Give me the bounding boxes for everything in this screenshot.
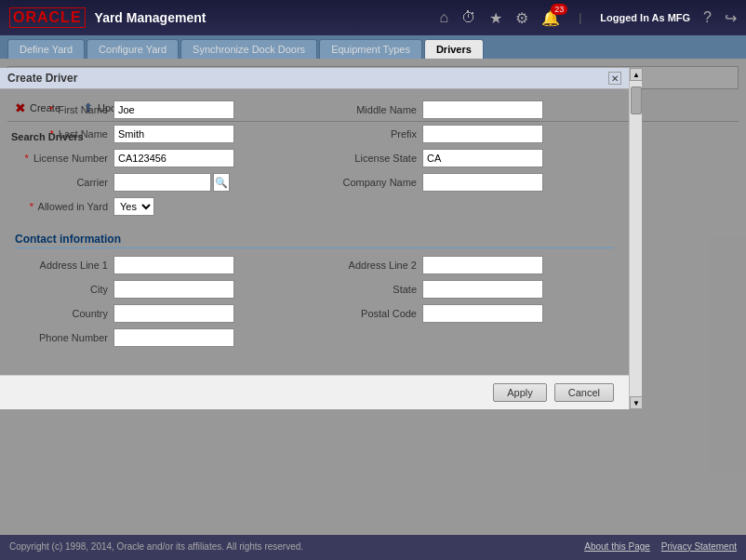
postal-code-row: Postal Code <box>324 304 614 323</box>
modal: Create Driver ✕ * First Name <box>0 68 629 409</box>
address2-row: Address Line 2 <box>324 256 614 274</box>
first-name-label: * First Name <box>15 104 108 115</box>
state-input[interactable] <box>422 280 543 299</box>
oracle-logo: ORACLE Yard Management <box>9 7 206 28</box>
modal-close-button[interactable]: ✕ <box>608 72 621 85</box>
postal-code-input[interactable] <box>422 304 543 323</box>
state-label: State <box>324 284 417 295</box>
company-name-label: Company Name <box>324 177 417 188</box>
header-icons: ⌂ ⏱ ★ ⚙ 🔔 23 | Logged In As MFG ? ↪ <box>440 9 737 27</box>
notification-badge[interactable]: 🔔 23 <box>541 9 560 27</box>
scroll-up-arrow[interactable]: ▲ <box>630 68 643 81</box>
license-state-input[interactable] <box>422 149 543 167</box>
modal-container: Create Driver ✕ * First Name <box>0 68 642 409</box>
middle-name-input[interactable] <box>422 100 543 119</box>
tab-synchronize-dock-doors[interactable]: Synchronize Dock Doors <box>180 39 317 59</box>
carrier-search-button[interactable]: 🔍 <box>213 173 230 192</box>
tab-configure-yard[interactable]: Configure Yard <box>87 39 179 59</box>
city-row: City <box>15 280 305 299</box>
address1-label: Address Line 1 <box>15 260 108 271</box>
modal-body: * First Name * Last Name <box>0 89 629 375</box>
main-content: Drivers ✖ Create ⬆ Update Search Drivers… <box>0 59 746 535</box>
middle-name-row: Middle Name <box>324 100 614 119</box>
driver-form-grid: * First Name * Last Name <box>15 100 614 221</box>
phone-label: Phone Number <box>15 332 108 343</box>
app-header: ORACLE Yard Management ⌂ ⏱ ★ ⚙ 🔔 23 | Lo… <box>0 0 746 35</box>
address2-input[interactable] <box>422 256 543 274</box>
carrier-row: Carrier 🔍 <box>15 173 305 192</box>
required-star-3: * <box>25 153 29 164</box>
state-row: State <box>324 280 614 299</box>
allowed-in-yard-label: * Allowed in Yard <box>15 201 108 212</box>
left-column: * First Name * Last Name <box>15 100 305 221</box>
prefix-input[interactable] <box>422 125 543 143</box>
last-name-row: * Last Name <box>15 125 305 143</box>
prefix-row: Prefix <box>324 125 614 143</box>
first-name-row: * First Name <box>15 100 305 119</box>
tabs-bar: Define Yard Configure Yard Synchronize D… <box>0 35 746 59</box>
oracle-box: ORACLE <box>9 7 86 28</box>
carrier-label: Carrier <box>15 177 108 188</box>
scroll-track[interactable]: ▲ ▼ <box>629 68 642 409</box>
company-name-row: Company Name <box>324 173 614 192</box>
phone-row: Phone Number <box>15 328 305 347</box>
country-row: Country <box>15 304 305 323</box>
last-name-input[interactable] <box>113 125 234 143</box>
tab-drivers[interactable]: Drivers <box>424 39 484 59</box>
notification-count: 23 <box>551 4 567 15</box>
contact-section-title: Contact information <box>15 233 614 248</box>
modal-title: Create Driver <box>7 72 77 85</box>
scroll-down-arrow[interactable]: ▼ <box>630 396 643 409</box>
separator: | <box>579 11 581 24</box>
license-number-row: * License Number <box>15 149 305 167</box>
modal-titlebar: Create Driver ✕ <box>0 68 629 89</box>
copyright-text: Copyright (c) 1998, 2014, Oracle and/or … <box>9 541 303 552</box>
app-footer: Copyright (c) 1998, 2014, Oracle and/or … <box>0 535 746 557</box>
carrier-input[interactable] <box>113 173 211 192</box>
scroll-thumb[interactable] <box>631 87 642 114</box>
privacy-statement-link[interactable]: Privacy Statement <box>661 541 737 552</box>
phone-input[interactable] <box>113 328 234 347</box>
apply-button[interactable]: Apply <box>493 383 547 402</box>
right-column: Middle Name Prefix License State <box>324 100 614 221</box>
cancel-button[interactable]: Cancel <box>554 383 614 402</box>
contact-left: Address Line 1 City Country <box>15 256 305 353</box>
address2-label: Address Line 2 <box>324 260 417 271</box>
about-page-link[interactable]: About this Page <box>584 541 650 552</box>
home-icon[interactable]: ⌂ <box>440 9 449 26</box>
required-star-4: * <box>30 201 33 212</box>
last-name-label: * Last Name <box>15 128 108 140</box>
logout-icon[interactable]: ↪ <box>725 9 737 27</box>
country-label: Country <box>15 308 108 319</box>
postal-code-label: Postal Code <box>324 308 417 319</box>
settings-icon[interactable]: ⚙ <box>515 9 528 27</box>
city-input[interactable] <box>113 280 234 299</box>
license-number-input[interactable] <box>113 149 234 167</box>
address1-input[interactable] <box>113 256 234 274</box>
help-icon[interactable]: ? <box>703 9 712 26</box>
first-name-input[interactable] <box>113 100 234 119</box>
license-state-label: License State <box>324 153 417 164</box>
required-star: * <box>49 104 53 115</box>
contact-section: Contact information Address Line 1 City <box>15 233 614 353</box>
clock-icon[interactable]: ⏱ <box>461 9 476 26</box>
user-info: Logged In As MFG <box>600 12 690 23</box>
star-icon[interactable]: ★ <box>489 9 502 27</box>
app-title: Yard Management <box>95 10 206 25</box>
city-label: City <box>15 284 108 295</box>
tab-define-yard[interactable]: Define Yard <box>7 39 85 59</box>
allowed-in-yard-select[interactable]: Yes No <box>113 197 154 216</box>
required-star-2: * <box>49 128 53 140</box>
address1-row: Address Line 1 <box>15 256 305 274</box>
license-number-label: * License Number <box>15 153 108 164</box>
tab-equipment-types[interactable]: Equipment Types <box>319 39 422 59</box>
contact-right: Address Line 2 State Postal Code <box>324 256 614 353</box>
modal-overlay: Create Driver ✕ * First Name <box>0 59 746 535</box>
middle-name-label: Middle Name <box>324 104 417 115</box>
contact-form-grid: Address Line 1 City Country <box>15 256 614 353</box>
prefix-label: Prefix <box>324 128 417 140</box>
license-state-row: License State <box>324 149 614 167</box>
company-name-input[interactable] <box>422 173 543 192</box>
footer-links: About this Page Privacy Statement <box>584 541 737 552</box>
country-input[interactable] <box>113 304 234 323</box>
